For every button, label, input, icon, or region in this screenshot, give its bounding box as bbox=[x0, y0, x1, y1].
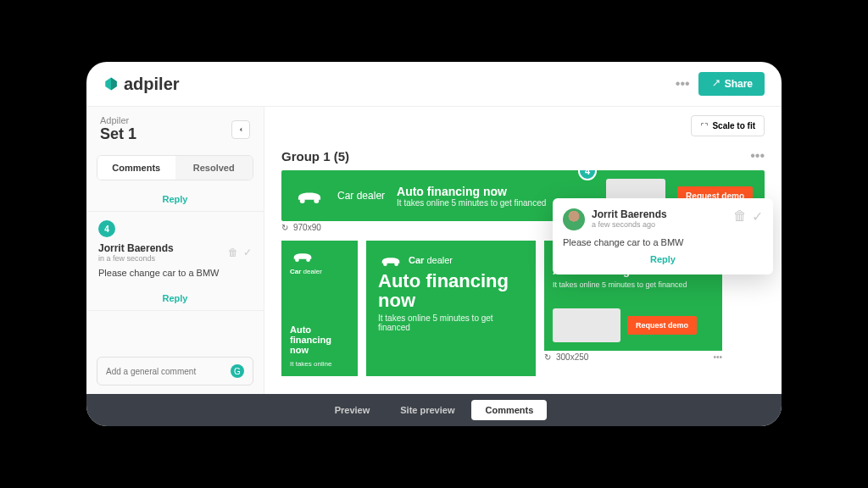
svg-point-0 bbox=[300, 198, 305, 203]
banner-subtitle: It takes online 5 minutes to get finance… bbox=[553, 280, 714, 289]
banner-medium[interactable]: Car dealer Auto financing now It takes o… bbox=[366, 241, 536, 376]
comment-popup: Jorrit Baerends a few seconds ago 🗑 ✓ Pl… bbox=[553, 198, 773, 274]
chevron-left-icon bbox=[236, 125, 245, 134]
refresh-icon[interactable]: ↻ bbox=[281, 223, 288, 232]
logo: adpiler bbox=[103, 75, 180, 94]
banner-brand: Car dealer bbox=[337, 190, 385, 202]
svg-point-2 bbox=[295, 258, 299, 262]
banner-small[interactable]: Car dealer Auto financing now It takes o… bbox=[281, 241, 358, 376]
logo-icon bbox=[103, 76, 119, 92]
size-label: 970x90 bbox=[293, 223, 321, 232]
share-icon bbox=[710, 79, 721, 89]
share-button[interactable]: Share bbox=[698, 72, 765, 96]
tab-site-preview[interactable]: Site preview bbox=[387, 400, 468, 420]
banner-title: Auto financing now bbox=[290, 324, 349, 355]
collapse-button[interactable] bbox=[231, 120, 250, 139]
popup-body: Please change car to a BMW bbox=[563, 237, 763, 247]
logo-text: adpiler bbox=[124, 75, 180, 94]
car-icon bbox=[378, 252, 403, 268]
trash-icon[interactable]: 🗑 bbox=[733, 208, 747, 225]
general-comment-box[interactable]: G bbox=[97, 357, 253, 385]
tab-resolved[interactable]: Resolved bbox=[175, 156, 253, 180]
sidebar: Adpiler Set 1 Comments Resolved Reply 4 bbox=[86, 107, 264, 394]
request-demo-button[interactable]: Request demo bbox=[627, 316, 697, 335]
banner-title: Auto financing now bbox=[397, 185, 594, 198]
trash-icon[interactable]: 🗑 bbox=[228, 247, 238, 258]
size-label: 300x250 bbox=[556, 352, 588, 362]
comment-card[interactable]: 4 Jorrit Baerends in a few seconds 🗑 ✓ P… bbox=[86, 212, 264, 286]
comment-body: Please change car to a BMW bbox=[98, 268, 252, 278]
comment-author: Jorrit Baerends bbox=[98, 242, 174, 254]
svg-point-5 bbox=[394, 262, 398, 266]
main-canvas: Scale to fit Group 1 (5) ••• Car dealer … bbox=[264, 107, 782, 394]
ad-more-icon[interactable]: ••• bbox=[713, 352, 722, 362]
banner-title: Auto financing now bbox=[378, 271, 524, 310]
grammarly-icon[interactable]: G bbox=[231, 364, 244, 378]
tab-preview[interactable]: Preview bbox=[321, 400, 384, 420]
expand-icon bbox=[700, 122, 709, 130]
avatar bbox=[563, 208, 585, 230]
car-icon bbox=[290, 249, 315, 263]
car-icon bbox=[293, 186, 326, 205]
comment-time: in a few seconds bbox=[98, 254, 174, 263]
more-icon[interactable]: ••• bbox=[676, 76, 690, 92]
resolve-icon[interactable]: ✓ bbox=[752, 208, 763, 225]
tab-comments[interactable]: Comments bbox=[97, 156, 175, 180]
popup-reply[interactable]: Reply bbox=[563, 254, 763, 264]
general-comment-input[interactable] bbox=[106, 367, 231, 376]
reply-link-top[interactable]: Reply bbox=[86, 187, 264, 211]
tab-comments-bottom[interactable]: Comments bbox=[471, 400, 547, 420]
svg-point-4 bbox=[383, 262, 387, 266]
resolve-icon[interactable]: ✓ bbox=[243, 247, 252, 258]
reply-link-card[interactable]: Reply bbox=[86, 286, 264, 310]
car-photo bbox=[553, 308, 620, 342]
scale-to-fit-button[interactable]: Scale to fit bbox=[691, 115, 765, 136]
refresh-icon[interactable]: ↻ bbox=[544, 352, 551, 362]
group-title: Group 1 (5) bbox=[281, 149, 349, 164]
svg-point-1 bbox=[314, 198, 319, 203]
banner-subtitle: It takes online 5 minutes to get finance… bbox=[378, 313, 524, 332]
popup-time: a few seconds ago bbox=[592, 220, 667, 229]
svg-point-3 bbox=[306, 258, 310, 262]
header: adpiler ••• Share bbox=[86, 62, 782, 107]
sidebar-brand: Adpiler bbox=[100, 115, 136, 125]
comment-badge: 4 bbox=[98, 220, 115, 237]
sidebar-tabs: Comments Resolved bbox=[97, 155, 253, 180]
set-title: Set 1 bbox=[100, 125, 136, 143]
group-more-icon[interactable]: ••• bbox=[750, 148, 765, 164]
banner-subtitle: It takes online bbox=[290, 360, 349, 368]
bottom-bar: Preview Site preview Comments bbox=[86, 394, 782, 426]
popup-author: Jorrit Baerends bbox=[592, 208, 667, 220]
